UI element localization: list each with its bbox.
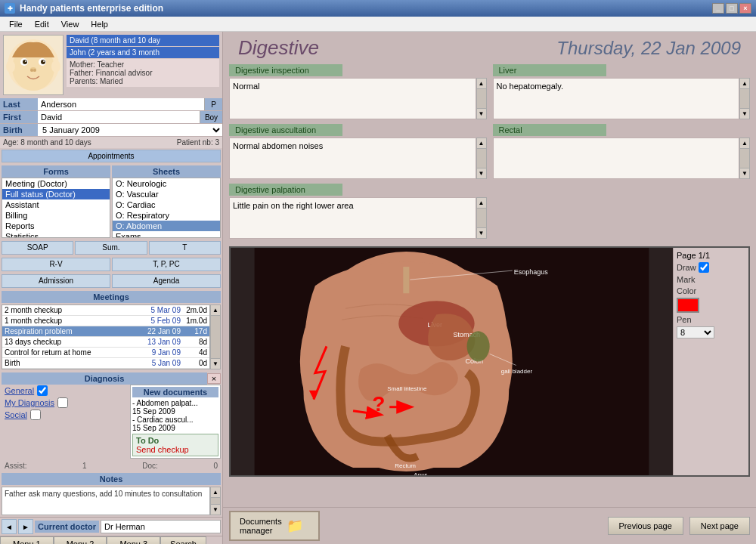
sheet-neurologic[interactable]: O: Neurologic — [113, 178, 220, 189]
p-button[interactable]: P — [204, 98, 222, 110]
liver-scrollbar[interactable]: ▲ ▼ — [739, 78, 750, 119]
drawing-area[interactable]: Liver Stomach Small intestine Colon — [229, 246, 750, 477]
form-full-status[interactable]: Full status (Doctor) — [2, 189, 110, 199]
diag-social-link[interactable]: Social — [5, 410, 27, 419]
notes-scroll-down[interactable]: ▼ — [211, 504, 220, 515]
search-button[interactable]: Search — [160, 536, 206, 544]
sum-button[interactable]: Sum. — [75, 241, 147, 255]
color-swatch[interactable] — [677, 298, 699, 313]
rectal-scroll-up[interactable]: ▲ — [740, 138, 749, 149]
digestive-palpation-value[interactable]: Little pain on the right lower area — [229, 197, 476, 239]
diag-close-button[interactable]: × — [207, 373, 221, 384]
appointments-tab[interactable]: Appointments — [2, 150, 221, 162]
di-scrollbar[interactable]: ▲ ▼ — [476, 78, 487, 119]
admission-button[interactable]: Admission — [2, 274, 110, 288]
diag-general-check[interactable] — [37, 385, 48, 396]
meeting-row-3[interactable]: 13 days checkup 13 Jan 09 8d — [2, 337, 209, 348]
right-header: Digestive Thursday, 22 Jan 2009 — [223, 32, 756, 64]
current-doctor-value[interactable]: Dr Herman — [101, 520, 221, 533]
notes-scroll-up[interactable]: ▲ — [211, 487, 220, 498]
soap-button[interactable]: SOAP — [2, 241, 73, 255]
t-button[interactable]: T — [149, 241, 221, 255]
menu3-button[interactable]: Menu 3 — [107, 536, 160, 544]
rectal-scroll-down[interactable]: ▼ — [740, 168, 749, 178]
sheet-abdomen[interactable]: O: Abdomen — [113, 221, 220, 231]
diag-general-link[interactable]: General — [5, 386, 34, 395]
menu-help[interactable]: Help — [85, 18, 114, 30]
rv-button[interactable]: R-V — [2, 258, 110, 271]
diag-item-mydiag[interactable]: My Diagnosis — [2, 397, 129, 409]
previous-page-button[interactable]: Previous page — [608, 517, 683, 535]
liver-scroll-down[interactable]: ▼ — [740, 108, 749, 119]
sheets-list: O: Neurologic O: Vascular O: Cardiac O: … — [112, 178, 221, 238]
liver-value[interactable]: No hepatomegaly. — [493, 78, 740, 119]
agenda-button[interactable]: Agenda — [112, 274, 221, 288]
sheet-cardiac[interactable]: O: Cardiac — [113, 199, 220, 210]
menu-view[interactable]: View — [55, 18, 85, 30]
notes-scrollbar[interactable]: ▲ ▼ — [210, 487, 221, 515]
form-reports[interactable]: Reports — [2, 221, 110, 231]
meeting-dur-4: 4d — [181, 348, 207, 357]
di-scroll-thumb — [477, 89, 486, 108]
pen-size-select[interactable]: 8 4 12 16 — [677, 326, 714, 338]
dp-scroll-down[interactable]: ▼ — [477, 227, 486, 238]
meetings-scrollbar[interactable]: ▲ ▼ — [210, 304, 221, 369]
diag-item-social[interactable]: Social — [2, 409, 129, 421]
da-scrollbar[interactable]: ▲ ▼ — [476, 138, 487, 179]
meetings-scroll-down[interactable]: ▼ — [211, 358, 220, 369]
diag-social-check[interactable] — [30, 410, 41, 420]
bottom-row: ◄ ► Current doctor Dr Herman — [0, 517, 222, 536]
first-value[interactable]: David — [38, 111, 200, 123]
diag-mydiag-check[interactable] — [57, 397, 68, 408]
form-statistics[interactable]: Statistics — [2, 231, 110, 238]
di-scroll-down[interactable]: ▼ — [477, 108, 486, 119]
rectal-value[interactable] — [493, 138, 740, 179]
diag-mydiag-link[interactable]: My Diagnosis — [5, 398, 54, 407]
last-value[interactable]: Anderson — [38, 98, 204, 110]
maximize-button[interactable]: □ — [726, 3, 738, 14]
menu-edit[interactable]: Edit — [29, 18, 55, 30]
close-button[interactable]: × — [739, 3, 751, 14]
prev-arrow-button[interactable]: ◄ — [2, 519, 17, 534]
meeting-date-3: 13 Jan 09 — [139, 338, 181, 346]
sheet-exams[interactable]: Exams — [113, 231, 220, 238]
forms-sheets: Forms Meeting (Doctor) Full status (Doct… — [0, 164, 222, 240]
next-page-button[interactable]: Next page — [689, 517, 750, 535]
next-arrow-button[interactable]: ► — [18, 519, 33, 534]
sheet-respiratory[interactable]: O: Respiratory — [113, 210, 220, 221]
di-scroll-up[interactable]: ▲ — [477, 79, 486, 89]
boy-button[interactable]: Boy — [200, 111, 222, 123]
dp-scroll-up[interactable]: ▲ — [477, 198, 486, 209]
digestive-auscultation-value[interactable]: Normal abdomen noises — [229, 138, 476, 179]
form-assistant[interactable]: Assistant — [2, 199, 110, 210]
dp-scrollbar[interactable]: ▲ ▼ — [476, 197, 487, 239]
meeting-row-5[interactable]: Birth 5 Jan 09 0d — [2, 358, 209, 369]
da-scroll-up[interactable]: ▲ — [477, 138, 486, 149]
menubar: File Edit View Help — [0, 17, 756, 32]
sheet-vascular[interactable]: O: Vascular — [113, 189, 220, 199]
sub-buttons-row3: Admission Agenda — [0, 273, 222, 289]
da-scroll-down[interactable]: ▼ — [477, 168, 486, 178]
meeting-row-0[interactable]: 2 month checkup 5 Mar 09 2m.0d — [2, 305, 209, 316]
form-meeting-doctor[interactable]: Meeting (Doctor) — [2, 178, 110, 189]
liver-scroll-up[interactable]: ▲ — [740, 79, 749, 89]
anatomy-canvas[interactable]: Liver Stomach Small intestine Colon — [231, 248, 673, 475]
notes-text[interactable]: Father ask many questions, add 10 minute… — [2, 487, 210, 515]
draw-checkbox[interactable] — [699, 262, 709, 273]
menu2-button[interactable]: Menu 2 — [54, 536, 107, 544]
meetings-scroll-up[interactable]: ▲ — [211, 305, 220, 316]
diag-item-general[interactable]: General — [2, 385, 129, 397]
documents-manager-button[interactable]: Documents manager 📁 — [229, 511, 320, 541]
meeting-row-1[interactable]: 1 month checkup 5 Feb 09 1m.0d — [2, 316, 209, 326]
minimize-button[interactable]: _ — [712, 3, 724, 14]
meeting-row-4[interactable]: Control for return at home 9 Jan 09 4d — [2, 348, 209, 358]
meeting-row-2[interactable]: Respiration problem 22 Jan 09 17d — [2, 326, 209, 337]
send-checkup-link[interactable]: Send checkup — [136, 445, 215, 454]
rectal-scrollbar[interactable]: ▲ ▼ — [739, 138, 750, 179]
form-billing[interactable]: Billing — [2, 210, 110, 221]
tppc-button[interactable]: T, P, PC — [112, 258, 221, 271]
menu-file[interactable]: File — [3, 18, 29, 30]
birth-select[interactable]: 5 January 2009 — [38, 124, 222, 136]
digestive-inspection-value[interactable]: Normal — [229, 78, 476, 119]
menu1-button[interactable]: Menu 1 — [0, 536, 54, 544]
